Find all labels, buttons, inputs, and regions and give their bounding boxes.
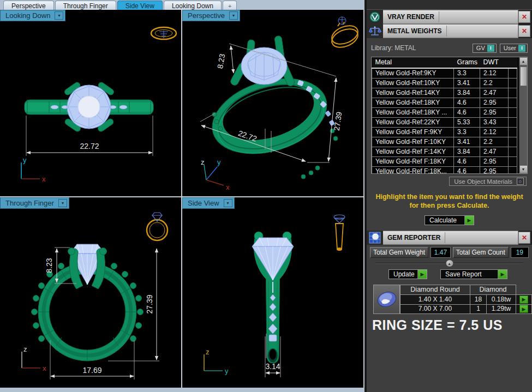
table-cell: 3.41 <box>454 137 480 147</box>
viewport-label-through-finger[interactable]: Through Finger ▼ <box>0 197 69 209</box>
save-report-label: Save Report <box>441 270 498 279</box>
table-cell: Yellow Gold-Ref:22KY <box>372 118 454 128</box>
gem-table-cell: 18 <box>470 295 487 305</box>
viewport-perspective[interactable]: Perspective ▼ <box>182 10 363 196</box>
gem-table-row[interactable]: 1.40 X 1.40180.18tw▶ <box>401 295 532 305</box>
gem-table-row[interactable]: 7.00 X 7.0011.29tw▶ <box>401 304 532 314</box>
tab-through-finger[interactable]: Through Finger <box>55 1 116 10</box>
close-icon[interactable]: ✕ <box>518 11 530 23</box>
save-report-button[interactable]: Save Report ▶ <box>440 269 507 279</box>
ring-head-front <box>68 244 107 289</box>
viewport-label-looking-down[interactable]: Looking Down ▼ <box>0 10 65 21</box>
calculate-button[interactable]: Calculate ▶ <box>425 215 474 225</box>
table-row[interactable]: Yellow Gold-Ref:18KY4.62.95 <box>372 98 517 108</box>
vray-title-bar: VRAY RENDER <box>383 10 518 24</box>
viewport-looking-down[interactable]: Looking Down ▼ <box>0 10 181 196</box>
gem-reporter-title-bar: GEM REPORTER <box>383 231 518 245</box>
gv-button-label: GV <box>476 45 485 51</box>
viewport-through-finger[interactable]: Through Finger ▼ <box>0 197 181 388</box>
axis-gizmo: y x <box>21 156 46 183</box>
table-cell: 2.95 <box>480 108 509 118</box>
update-label: Update <box>389 270 417 279</box>
splitter-up-icon[interactable]: ▲ <box>445 260 453 267</box>
chevron-down-icon[interactable]: ▼ <box>58 199 67 207</box>
viewport-label-perspective[interactable]: Perspective ▼ <box>182 10 240 21</box>
gem-table-cell: 0.18tw <box>487 295 516 305</box>
gem-row-arrow-button[interactable]: ▶ <box>519 295 528 304</box>
tab-side-view[interactable]: Side View <box>117 1 163 10</box>
app-window: Perspective Through Finger Side View Loo… <box>0 0 532 392</box>
gem-col-header-type: Diamond <box>470 285 516 295</box>
table-cell: 3.84 <box>454 147 480 157</box>
table-cell: 4.6 <box>454 108 480 118</box>
use-object-materials-row: Use Object Materials ○ <box>367 177 527 186</box>
table-cell-pad <box>509 68 517 79</box>
metal-weights-header[interactable]: METAL WEIGHTS ✕ <box>367 24 532 38</box>
table-cell: 2.2 <box>480 137 509 147</box>
chevron-down-icon[interactable]: ▼ <box>55 11 63 20</box>
chevron-down-icon[interactable]: ▼ <box>224 199 232 207</box>
total-gem-weight-label: Total Gem Weight <box>370 247 428 258</box>
metal-table-scrollbar[interactable]: ▲ ▼ <box>519 57 527 173</box>
dim-outer-label: 27.39 <box>332 111 344 131</box>
gem-reporter-header[interactable]: GEM REPORTER ✕ <box>367 231 532 245</box>
gem-table-cell: 1.40 X 1.40 <box>401 295 470 305</box>
side-panel: VRAY RENDER ✕ METAL WEIGHTS ✕ <box>364 0 532 392</box>
update-button[interactable]: Update ▶ <box>388 269 427 279</box>
col-header-metal[interactable]: Metal <box>372 57 454 68</box>
table-cell: 5.33 <box>454 118 480 128</box>
table-cell: Yellow Gold-Ref:9KY <box>372 68 454 79</box>
table-cell-pad <box>509 167 517 174</box>
gem-table: Diamond Round Diamond 1.40 X 1.40180.18t… <box>400 285 532 314</box>
table-cell-pad <box>509 137 517 147</box>
table-row[interactable]: Yellow Gold-Ref:10KY3.412.2 <box>372 79 517 88</box>
tab-perspective[interactable]: Perspective <box>3 1 54 10</box>
table-row[interactable]: Yellow Gold-Ref F:18K...4.62.95 <box>372 167 517 174</box>
user-button[interactable]: User I <box>500 44 528 53</box>
table-row[interactable]: Yellow Gold-Ref F:18KY4.62.95 <box>372 157 517 167</box>
side-view-canvas: 3.14 z y <box>182 197 363 388</box>
table-row[interactable]: Yellow Gold-Ref:22KY5.333.43 <box>372 118 517 128</box>
use-object-materials-checkbox[interactable]: Use Object Materials ○ <box>449 177 527 186</box>
axis-y-label: y <box>23 156 27 164</box>
gem-row-arrow-button[interactable]: ▶ <box>519 305 528 313</box>
close-icon[interactable]: ✕ <box>518 25 530 37</box>
ring-size-text: RING SIZE = 7.5 US <box>372 317 532 333</box>
scroll-up-icon[interactable]: ▲ <box>519 57 528 65</box>
chevron-down-icon[interactable]: ▼ <box>229 11 238 20</box>
radio-icon: ○ <box>517 178 524 185</box>
play-icon: ▶ <box>417 270 427 279</box>
gv-button[interactable]: GV I <box>473 44 497 53</box>
scrollbar-thumb[interactable] <box>520 67 527 86</box>
scroll-down-icon[interactable]: ▼ <box>519 165 528 173</box>
table-row[interactable]: Yellow Gold-Ref:9KY3.32.12 <box>372 68 517 79</box>
vray-render-header[interactable]: VRAY RENDER ✕ <box>367 10 532 24</box>
table-row[interactable]: Yellow Gold-Ref F:14KY3.842.47 <box>372 147 517 157</box>
play-icon: ▶ <box>464 216 474 225</box>
user-indicator: I <box>518 45 525 52</box>
table-cell: 2.95 <box>480 167 509 174</box>
use-object-materials-label: Use Object Materials <box>454 178 512 185</box>
table-cell: Yellow Gold-Ref:18KY ... <box>372 108 454 118</box>
viewport-label-text: Through Finger <box>1 199 58 207</box>
dim-inner-label: 17.69 <box>82 366 101 375</box>
viewport-side-view[interactable]: Side View ▼ <box>182 197 363 388</box>
viewport-label-side-view[interactable]: Side View ▼ <box>182 197 235 209</box>
table-row[interactable]: Yellow Gold-Ref:14KY3.842.47 <box>372 88 517 98</box>
table-cell: 2.12 <box>480 128 509 137</box>
tab-looking-down[interactable]: Looking Down <box>164 1 222 10</box>
table-row[interactable]: Yellow Gold-Ref F:9KY3.32.12 <box>372 128 517 137</box>
axis-x-label: x <box>42 175 46 183</box>
metal-table: Metal Grams DWT Yellow Gold-Ref:9KY3.32.… <box>371 57 528 174</box>
new-tab-button[interactable]: + <box>223 1 237 10</box>
table-row[interactable]: Yellow Gold-Ref F:10KY3.412.2 <box>372 137 517 147</box>
table-row[interactable]: Yellow Gold-Ref:18KY ...4.62.95 <box>372 108 517 118</box>
axis-gizmo: z x <box>22 345 46 372</box>
col-header-dwt[interactable]: DWT <box>480 57 509 68</box>
col-header-grams[interactable]: Grams <box>454 57 480 68</box>
table-cell: 3.3 <box>454 68 480 79</box>
table-cell: Yellow Gold-Ref:18KY <box>372 98 454 108</box>
panel-splitter[interactable]: ▲ <box>375 260 523 267</box>
table-cell: Yellow Gold-Ref F:18K... <box>372 167 454 174</box>
close-icon[interactable]: ✕ <box>518 232 530 244</box>
